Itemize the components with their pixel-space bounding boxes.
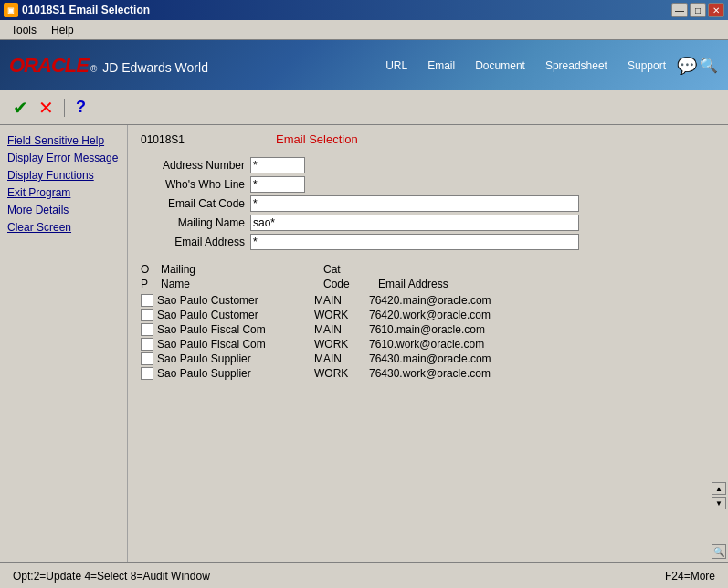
row-checkbox-4[interactable] <box>141 338 153 351</box>
ok-button[interactable]: ✔ <box>9 97 31 119</box>
sidebar-item-display-functions[interactable]: Display Functions <box>5 167 121 184</box>
input-whos-who[interactable] <box>250 176 305 193</box>
label-address-number: Address Number <box>141 159 250 172</box>
nav-url[interactable]: URL <box>376 56 417 76</box>
input-email-address[interactable] <box>250 234 579 250</box>
form-content: 01018S1 Email Selection Address Number W… <box>128 125 710 562</box>
row-name-5: Sao Paulo Supplier <box>157 352 314 365</box>
label-email-address: Email Address <box>141 236 250 248</box>
field-row-address-number: Address Number <box>141 157 697 173</box>
nav-email[interactable]: Email <box>418 56 464 76</box>
right-scroll: ▲ ▼ 🔍 <box>710 125 728 562</box>
label-mailing-name: Mailing Name <box>141 216 250 229</box>
form-title: Email Selection <box>276 132 358 146</box>
col-header-code: Code <box>323 278 378 290</box>
sidebar-item-exit[interactable]: Exit Program <box>5 184 121 201</box>
row-email-4: 7610.work@oracle.com <box>369 338 697 351</box>
results-table: O Mailing Cat P Name Code Email Address … <box>141 263 697 380</box>
row-name-2: Sao Paulo Customer <box>157 309 314 321</box>
field-row-email-address: Email Address <box>141 234 697 250</box>
content-area: 01018S1 Email Selection Address Number W… <box>128 125 728 562</box>
col-header-op: O <box>141 263 159 276</box>
row-email-5: 76430.main@oracle.com <box>369 352 697 365</box>
row-email-6: 76430.work@oracle.com <box>369 367 697 380</box>
row-cat-1: MAIN <box>314 294 369 307</box>
sidebar-item-clear-screen[interactable]: Clear Screen <box>5 219 121 236</box>
form-id: 01018S1 <box>141 133 185 146</box>
nav-document[interactable]: Document <box>466 56 534 76</box>
row-cat-5: MAIN <box>314 352 369 365</box>
table-row: Sao Paulo Supplier WORK 76430.work@oracl… <box>141 367 697 380</box>
sidebar-item-field-sensitive-help[interactable]: Field Sensitive Help <box>5 132 121 149</box>
nav-support[interactable]: Support <box>618 56 675 76</box>
scroll-up-button[interactable]: ▲ <box>712 482 726 495</box>
label-email-cat: Email Cat Code <box>141 197 250 210</box>
col-header-name: Name <box>159 278 323 290</box>
zoom-icon[interactable]: 🔍 <box>712 544 726 559</box>
sidebar-item-display-error[interactable]: Display Error Message <box>5 150 121 166</box>
oracle-logo: ORACLE ® JD Edwards World <box>9 54 208 78</box>
table-row: Sao Paulo Customer MAIN 76420.main@oracl… <box>141 294 697 307</box>
close-button[interactable]: ✕ <box>708 3 724 17</box>
status-left: Opt:2=Update 4=Select 8=Audit Window <box>13 570 210 583</box>
col-header-emailaddr: Email Address <box>378 278 697 290</box>
toolbar-separator <box>64 99 65 117</box>
row-cat-6: WORK <box>314 367 369 380</box>
row-name-3: Sao Paulo Fiscal Com <box>157 323 314 336</box>
table-header-row1: O Mailing Cat <box>141 263 697 276</box>
help-button[interactable]: ? <box>72 98 90 117</box>
col-header-cat-label: Cat <box>323 263 378 276</box>
title-bar: ▣ 01018S1 Email Selection — □ ✕ <box>0 0 728 20</box>
row-cat-2: WORK <box>314 309 369 321</box>
row-cat-4: WORK <box>314 338 369 351</box>
scroll-down-button[interactable]: ▼ <box>712 497 726 509</box>
row-name-1: Sao Paulo Customer <box>157 294 314 307</box>
window-title: 01018S1 Email Selection <box>22 4 150 16</box>
menu-bar: Tools Help <box>0 20 728 40</box>
sidebar: Field Sensitive Help Display Error Messa… <box>0 125 128 562</box>
nav-spreadsheet[interactable]: Spreadsheet <box>536 56 617 76</box>
label-whos-who: Who's Who Line <box>141 178 250 191</box>
input-mailing-name[interactable] <box>250 215 579 231</box>
header-nav: URL Email Document Spreadsheet Support 💬… <box>376 56 719 76</box>
row-cat-3: MAIN <box>314 323 369 336</box>
table-row: Sao Paulo Customer WORK 76420.work@oracl… <box>141 309 697 321</box>
cancel-button[interactable]: ✕ <box>35 97 57 119</box>
row-email-3: 7610.main@oracle.com <box>369 323 697 336</box>
row-checkbox-2[interactable] <box>141 309 153 321</box>
table-row: Sao Paulo Fiscal Com WORK 7610.work@orac… <box>141 338 697 351</box>
col-header-mailing-label: Mailing <box>159 263 323 276</box>
row-name-6: Sao Paulo Supplier <box>157 367 314 380</box>
table-row: Sao Paulo Supplier MAIN 76430.main@oracl… <box>141 352 697 365</box>
oracle-header: ORACLE ® JD Edwards World URL Email Docu… <box>0 40 728 90</box>
sidebar-item-more-details[interactable]: More Details <box>5 202 121 218</box>
jde-text: JD Edwards World <box>102 60 208 75</box>
main-layout: Field Sensitive Help Display Error Messa… <box>0 125 728 562</box>
window-controls: — □ ✕ <box>671 3 724 17</box>
field-row-email-cat: Email Cat Code <box>141 195 697 212</box>
field-row-mailing-name: Mailing Name <box>141 215 697 231</box>
row-checkbox-6[interactable] <box>141 367 153 380</box>
oracle-text: ORACLE <box>9 54 89 78</box>
row-name-4: Sao Paulo Fiscal Com <box>157 338 314 351</box>
menu-tools[interactable]: Tools <box>4 22 44 38</box>
row-checkbox-5[interactable] <box>141 352 153 365</box>
status-bar: Opt:2=Update 4=Select 8=Audit Window F24… <box>0 562 728 588</box>
maximize-button[interactable]: □ <box>690 3 706 17</box>
col-header-email-label <box>378 263 697 276</box>
row-checkbox-3[interactable] <box>141 323 153 336</box>
row-email-2: 76420.work@oracle.com <box>369 309 697 321</box>
menu-help[interactable]: Help <box>44 22 81 38</box>
app-icon: ▣ <box>4 3 18 17</box>
search-icon[interactable]: 🔍 <box>699 56 719 76</box>
row-email-1: 76420.main@oracle.com <box>369 294 697 307</box>
chat-icon[interactable]: 💬 <box>677 56 697 76</box>
toolbar: ✔ ✕ ? <box>0 90 728 125</box>
input-address-number[interactable] <box>250 157 305 173</box>
form-header: 01018S1 Email Selection <box>141 132 697 146</box>
row-checkbox-1[interactable] <box>141 294 153 307</box>
input-email-cat[interactable] <box>250 195 579 212</box>
col-header-p: P <box>141 278 159 290</box>
minimize-button[interactable]: — <box>671 3 688 17</box>
table-header-row2: P Name Code Email Address <box>141 278 697 290</box>
